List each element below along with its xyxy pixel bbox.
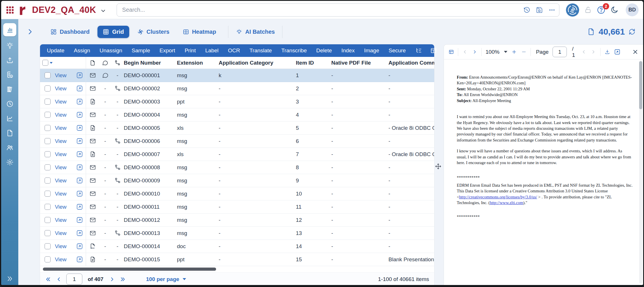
column-header-begin-number[interactable]: Begin Number [124, 60, 177, 66]
table-row[interactable]: View--DEMO-000011msg-11-- [40, 200, 434, 214]
open-document-button[interactable] [76, 137, 83, 145]
search-input[interactable] [117, 3, 559, 17]
view-link[interactable]: View [55, 164, 67, 171]
table-row[interactable]: View--DEMO-000005xls-5-- Oracle 8i ODBC … [40, 121, 434, 135]
list-tree-icon[interactable] [415, 47, 422, 54]
app-switcher-icon[interactable] [6, 6, 14, 14]
row-checkbox[interactable] [45, 151, 51, 157]
preview-prev-page-icon[interactable] [581, 49, 587, 55]
row-checkbox[interactable] [45, 164, 51, 170]
open-document-button[interactable] [76, 164, 83, 171]
view-link[interactable]: View [55, 217, 67, 223]
preview-next-page-icon[interactable] [591, 49, 596, 55]
open-document-button[interactable] [76, 177, 83, 184]
table-row[interactable]: View--DEMO-000004msg-4-- [40, 108, 434, 121]
horizontal-scrollbar-thumb[interactable] [43, 268, 216, 271]
license-link[interactable]: http://creativecommons.org/licenses/by/3… [459, 195, 537, 199]
table-row[interactable]: ViewDOC--DEMO-000014doc-14-- [40, 240, 434, 253]
download-icon[interactable] [605, 49, 610, 55]
branch-icon[interactable] [114, 138, 121, 144]
view-link[interactable]: View [55, 230, 67, 236]
view-link[interactable]: View [55, 72, 67, 79]
open-document-button[interactable] [76, 216, 83, 224]
next-page-icon[interactable] [109, 276, 115, 282]
branch-icon[interactable] [114, 164, 121, 171]
project-switcher-chevron-icon[interactable] [100, 8, 106, 14]
column-header-file-type[interactable] [86, 60, 99, 66]
view-link[interactable]: View [55, 178, 67, 184]
row-checkbox[interactable] [45, 256, 51, 262]
row-checkbox[interactable] [45, 217, 51, 223]
tab-heatmap[interactable]: Heatmap [178, 26, 221, 38]
open-document-button[interactable] [76, 243, 83, 250]
select-all-checkbox[interactable] [42, 60, 48, 66]
unlock-icon[interactable] [584, 6, 592, 14]
zoom-out-icon[interactable] [521, 49, 527, 55]
zoom-in-icon[interactable] [511, 49, 517, 55]
refresh-count-icon[interactable] [628, 28, 636, 35]
close-preview-icon[interactable] [632, 49, 639, 55]
action-secure[interactable]: Secure [388, 47, 406, 54]
table-row[interactable]: View--DEMO-000015ppt-15-Blank Presentati… [40, 253, 434, 266]
reveal-ai-logo[interactable] [566, 3, 579, 17]
table-row[interactable]: View--DEMO-000010msg-10-- [40, 187, 434, 200]
row-checkbox[interactable] [45, 191, 51, 197]
view-link[interactable]: View [55, 112, 67, 118]
open-document-button[interactable] [76, 151, 83, 158]
open-document-button[interactable] [76, 72, 83, 79]
column-header-item-id[interactable]: Item ID [296, 60, 331, 66]
sidebar-item-analytics[interactable] [3, 23, 16, 36]
row-checkbox[interactable] [45, 230, 51, 236]
branch-icon[interactable] [114, 230, 121, 236]
action-label[interactable]: Label [205, 47, 219, 54]
action-print[interactable]: Print [185, 47, 196, 54]
view-link[interactable]: View [55, 204, 67, 210]
column-header-application-category[interactable]: Application Category [219, 60, 296, 66]
action-sample[interactable]: Sample [132, 47, 150, 54]
row-checkbox[interactable] [45, 99, 51, 105]
sidebar-item-reports[interactable] [4, 113, 15, 124]
save-search-icon[interactable] [536, 7, 543, 13]
column-header-comments[interactable] [99, 60, 111, 66]
table-row[interactable]: View--DEMO-000007xls-7-- Oracle 8i ODBC … [40, 148, 434, 161]
page-number-input[interactable] [66, 274, 82, 285]
sidebar-item-library[interactable] [4, 84, 15, 95]
row-checkbox[interactable] [45, 204, 51, 210]
column-header-application-comm[interactable]: Application Comm [388, 60, 434, 66]
action-ocr[interactable]: OCR [228, 47, 240, 54]
branch-icon[interactable] [114, 177, 121, 184]
view-link[interactable]: View [55, 138, 67, 144]
sidebar-item-history[interactable] [4, 98, 15, 109]
table-row[interactable]: View-DEMO-000006msg-6-- [40, 135, 434, 148]
view-link[interactable]: View [55, 151, 67, 158]
action-image[interactable]: Image [364, 47, 379, 54]
zoom-dropdown-caret-icon[interactable] [504, 51, 507, 53]
sidebar-item-documents[interactable] [4, 127, 15, 138]
action-assign[interactable]: Assign [74, 47, 90, 54]
open-document-button[interactable] [76, 124, 83, 131]
view-link[interactable]: View [55, 99, 67, 105]
view-link[interactable]: View [55, 243, 67, 250]
preview-page-input[interactable] [553, 47, 567, 57]
tab-clusters[interactable]: Clusters [132, 26, 175, 38]
table-row[interactable]: View-DEMO-000001msgk1-- [40, 69, 434, 82]
preview-layout-icon[interactable] [448, 49, 454, 55]
sidebar-expand-button[interactable] [6, 275, 13, 282]
branch-icon[interactable] [114, 85, 121, 92]
tab-dashboard[interactable]: Dashboard [45, 26, 95, 38]
action-translate[interactable]: Translate [250, 47, 272, 54]
help-button[interactable]: 2 [597, 6, 605, 14]
row-checkbox[interactable] [45, 178, 51, 184]
column-header-family[interactable] [111, 60, 124, 66]
sidebar-item-users[interactable] [4, 142, 15, 153]
sidebar-item-settings[interactable] [4, 157, 15, 168]
row-checkbox[interactable] [45, 72, 51, 78]
table-row[interactable]: View-DEMO-000009msg-9-- [40, 174, 434, 187]
search-history-icon[interactable] [523, 7, 530, 13]
last-page-icon[interactable] [119, 276, 126, 282]
view-link[interactable]: View [55, 125, 67, 131]
open-document-button[interactable] [76, 190, 83, 197]
action-delete[interactable]: Delete [316, 47, 332, 54]
previous-page-icon[interactable] [56, 276, 62, 282]
expand-panel-chevron-icon[interactable] [26, 28, 34, 35]
